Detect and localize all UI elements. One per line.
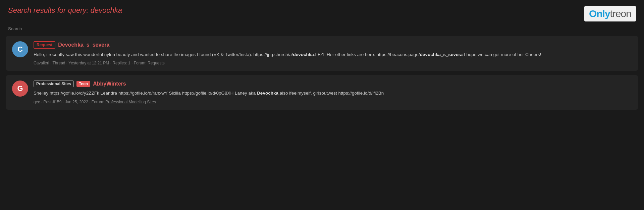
result-meta: Cavalieri · Thread · Yesterday at 12:21 … [34,61,632,65]
tag-request: Request [34,41,55,49]
body-text-end: ,also ifeelmyself, girlsoutwest https://… [278,91,384,96]
result-title-link[interactable]: Devochka_s_severa [58,42,109,48]
logo-only: Only [589,8,610,19]
result-title-row: Request Devochka_s_severa [34,41,632,49]
result-title-link[interactable]: AbbyWinters [93,81,126,87]
body-bold1: devochka [293,52,314,57]
meta-date: Jun 25, 2022 [65,100,88,104]
result-card: G Professional Sites Teen AbbyWinters Sh… [6,75,638,109]
body-text: Shelley https://gofile.io/d/y2ZZFk Leand… [34,91,257,96]
meta-forum-label: Forum: [134,61,148,65]
title-prefix: Search results for query: [8,6,91,14]
avatar: C [12,41,28,57]
breadcrumb: Search [0,25,644,36]
meta-replies: Replies: 1 [112,61,130,65]
divider [6,73,638,73]
site-logo: Onlytreon [584,6,636,21]
meta-author-link[interactable]: Cavalieri [34,61,49,65]
result-body: Request Devochka_s_severa Hello, i recen… [34,41,632,65]
results-list: C Request Devochka_s_severa Hello, i rec… [0,36,644,110]
body-text-mid: .LFZfi Her other links are here: https:/… [314,52,420,57]
meta-forum-link[interactable]: Requests [148,61,165,65]
body-bold2: devochka_s_severa [420,52,463,57]
body-text-end: I hope we can get more of her Cheers! [463,52,541,57]
meta-sep3: · [89,100,92,104]
meta-type: Post #159 [43,100,61,104]
breadcrumb-label: Search [8,26,22,31]
meta-date: Yesterday at 12:21 PM [68,61,109,65]
body-text-pre: Hello, i recently saw this wonderful nyl… [34,52,293,57]
page-header: Search results for query: devochka Onlyt… [0,0,644,25]
avatar-letter: G [17,84,23,93]
result-meta: gec · Post #159 · Jun 25, 2022 · Forum: … [34,100,632,104]
tag-teen: Teen [76,81,90,87]
result-card: C Request Devochka_s_severa Hello, i rec… [6,36,638,71]
meta-sep4: · [131,61,134,65]
body-bold1: Devochka [257,91,278,96]
result-title-row: Professional Sites Teen AbbyWinters [34,81,632,87]
logo-treon: treon [610,8,631,19]
result-body: Professional Sites Teen AbbyWinters Shel… [34,81,632,104]
avatar: G [12,81,28,97]
query-text: devochka [91,6,122,14]
tag-professional: Professional Sites [34,81,74,87]
meta-author-link[interactable]: gec [34,100,40,104]
meta-type: Thread [52,61,65,65]
meta-forum-link[interactable]: Professional Modelling Sites [105,100,156,104]
result-text: Hello, i recently saw this wonderful nyl… [34,51,632,58]
avatar-letter: C [17,45,23,54]
meta-forum-label: Forum: [92,100,105,104]
search-title: Search results for query: devochka [8,6,122,15]
result-text: Shelley https://gofile.io/d/y2ZZFk Leand… [34,90,632,97]
